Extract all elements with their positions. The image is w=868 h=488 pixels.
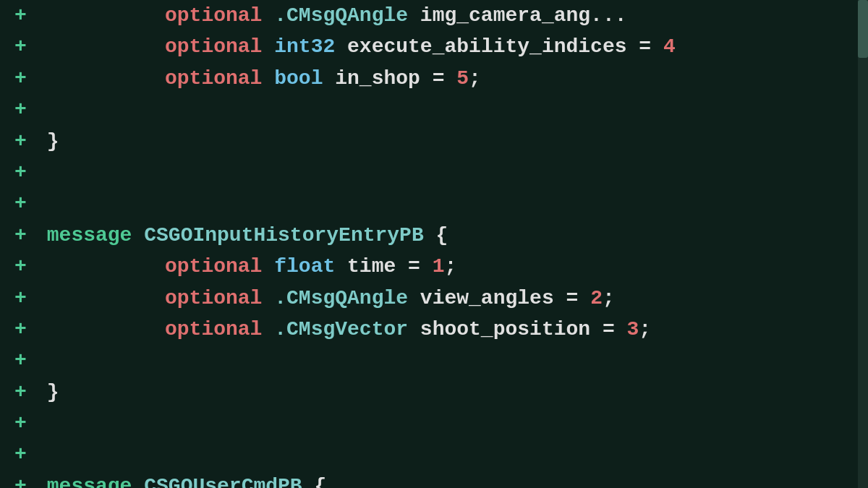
type-classname: .CMsgVector xyxy=(262,314,420,345)
code-line-empty-2: + xyxy=(14,157,868,188)
code-line-2: + optional bool in_shop = 5 ; xyxy=(14,63,868,94)
keyword-type: bool xyxy=(262,63,335,94)
keyword-message: message xyxy=(35,220,144,251)
diff-plus: + xyxy=(14,126,35,157)
code-text: .CMsgQAngle xyxy=(262,0,420,31)
code-text: ... xyxy=(590,0,626,31)
code-line-empty-5: + xyxy=(14,408,868,439)
diff-plus: + xyxy=(14,408,35,439)
code-line-9: + message CSGOUserCmdPB { xyxy=(14,471,868,488)
keyword-optional: optional xyxy=(165,314,262,345)
line-partial: + optional .CMsgQAngle img_camera_ang... xyxy=(14,0,868,31)
code-line-empty-3: + xyxy=(14,188,868,219)
number: 3 xyxy=(627,314,639,345)
code-view: + optional .CMsgQAngle img_camera_ang...… xyxy=(0,0,868,488)
open-brace: { xyxy=(424,220,448,251)
equals: = xyxy=(420,63,456,94)
class-name: CSGOInputHistoryEntryPB xyxy=(144,220,423,251)
number: 4 xyxy=(663,31,676,62)
field-name: time xyxy=(347,251,396,282)
keyword-optional: optional xyxy=(165,251,262,282)
diff-plus: + xyxy=(14,439,35,470)
equals: = xyxy=(396,251,432,282)
diff-plus: + xyxy=(14,157,35,188)
code-line-1: + optional int32 execute_ability_indices… xyxy=(14,31,868,62)
diff-plus: + xyxy=(14,283,35,314)
equals: = xyxy=(554,283,590,314)
keyword-message: message xyxy=(35,471,144,488)
semicolon: ; xyxy=(469,63,481,94)
code-line-5: + optional float time = 1 ; xyxy=(14,251,868,282)
code-line-8: + } xyxy=(14,377,868,408)
open-brace: { xyxy=(302,471,327,488)
diff-plus: + xyxy=(14,345,35,376)
plus-icon: + xyxy=(14,0,35,31)
semicolon: ; xyxy=(603,283,615,314)
equals: = xyxy=(627,31,663,62)
number: 2 xyxy=(590,283,603,314)
field-name: view_angles xyxy=(420,283,554,314)
diff-plus: + xyxy=(14,251,35,282)
code-line-7: + optional .CMsgVector shoot_position = … xyxy=(14,314,868,345)
field-name: shoot_position xyxy=(420,314,590,345)
code-line-empty-4: + xyxy=(14,345,868,376)
diff-plus: + xyxy=(14,63,35,94)
diff-plus: + xyxy=(14,31,35,62)
code-text: optional xyxy=(165,0,262,31)
code-line-6: + optional .CMsgQAngle view_angles = 2 ; xyxy=(14,283,868,314)
field-name: execute_ability_indices xyxy=(347,31,626,62)
semicolon: ; xyxy=(445,251,457,282)
diff-plus: + xyxy=(14,188,35,219)
field-name: in_shop xyxy=(335,63,420,94)
diff-plus: + xyxy=(14,94,35,125)
equals: = xyxy=(590,314,626,345)
semicolon: ; xyxy=(639,314,651,345)
keyword-optional: optional xyxy=(165,63,262,94)
number: 1 xyxy=(433,251,445,282)
scrollbar-thumb[interactable] xyxy=(858,0,868,58)
close-brace: } xyxy=(35,377,59,408)
keyword-optional: optional xyxy=(165,283,262,314)
number: 5 xyxy=(456,63,469,94)
close-brace: } xyxy=(35,126,59,157)
code-text: img_camera_ang xyxy=(420,0,590,31)
diff-plus: + xyxy=(14,377,35,408)
keyword-type: int32 xyxy=(262,31,347,62)
type-classname: .CMsgQAngle xyxy=(262,283,420,314)
code-line-4: + message CSGOInputHistoryEntryPB { xyxy=(14,220,868,251)
code-line-empty-6: + xyxy=(14,439,868,470)
diff-plus: + xyxy=(14,314,35,345)
diff-plus: + xyxy=(14,220,35,251)
keyword-optional: optional xyxy=(165,31,262,62)
code-line-3: + } xyxy=(14,126,868,157)
diff-plus: + xyxy=(14,471,35,488)
code-line-empty-1: + xyxy=(14,94,868,125)
scrollbar[interactable] xyxy=(858,0,868,488)
keyword-type: float xyxy=(262,251,347,282)
class-name: CSGOUserCmdPB xyxy=(144,471,302,488)
